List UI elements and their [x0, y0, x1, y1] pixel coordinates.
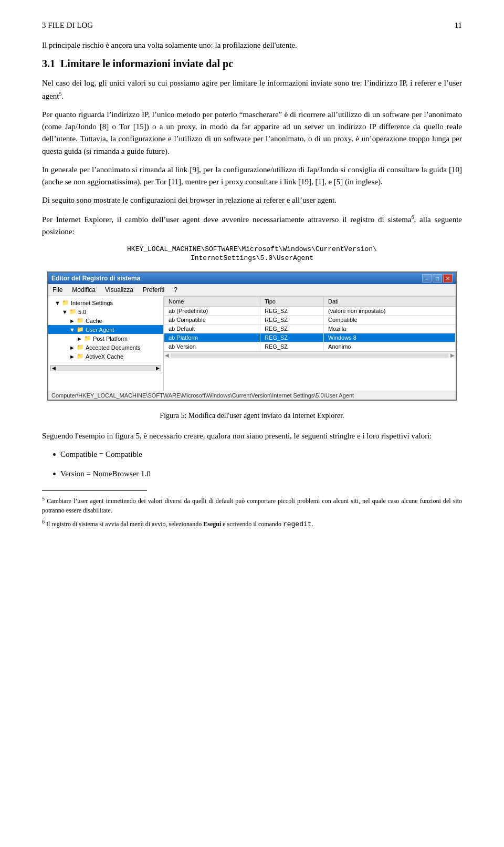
intro-paragraph: Il principale rischio è ancora una volta… — [42, 39, 462, 51]
table-row-selected[interactable]: ab Platform REG_SZ Windows 8 — [164, 333, 456, 342]
page-number: 11 — [455, 21, 462, 30]
window-controls: – □ ✕ — [422, 274, 453, 283]
tree-item-internet-settings[interactable]: ▼ 📁 Internet Settings — [48, 298, 163, 307]
cell-nome-0: ab (Predefinito) — [164, 307, 260, 316]
bullet-dot-compatible: • — [52, 449, 56, 460]
post-figure-paragraph: Seguendo l'esempio in figura 5, è necess… — [42, 430, 462, 442]
registry-path-line1: HKEY_LOCAL_MACHINE\SOFTWARE\Microsoft\Wi… — [127, 245, 377, 253]
page-header: 3 FILE DI LOG 11 — [42, 21, 462, 30]
tree-item-post-platform[interactable]: ► 📁 Post Platform — [48, 334, 163, 343]
registry-editor-screenshot: Editor del Registro di sistema – □ ✕ Fil… — [47, 271, 457, 401]
footnote-number-5: 5 — [42, 496, 45, 501]
registry-values-panel: Nome Tipo Dati ab (Predefinito) REG_SZ (… — [164, 296, 456, 391]
registry-path-line2: InternetSettings\5.0\UserAgent — [191, 254, 313, 262]
tree-label-activex-cache: ActiveX Cache — [86, 353, 123, 360]
col-nome: Nome — [164, 297, 260, 307]
registry-table: Nome Tipo Dati ab (Predefinito) REG_SZ (… — [164, 296, 456, 351]
col-tipo: Tipo — [260, 297, 323, 307]
footnote-number-6: 6 — [42, 519, 45, 525]
footnote-text-5: Cambiare l’user agent immettendo dei val… — [42, 497, 462, 514]
tree-item-50[interactable]: ▼ 📁 5.0 — [48, 307, 163, 316]
body-paragraph-5: Per Internet Explorer, il cambio dell’us… — [42, 213, 462, 238]
chapter-header: 3 FILE DI LOG — [42, 21, 93, 30]
tree-item-accepted-docs[interactable]: ► 📁 Accepted Documents — [48, 343, 163, 352]
table-row[interactable]: ab Version REG_SZ Anonimo — [164, 342, 456, 351]
footnote-text-6: Il registro di sistema si avvia dal menù… — [46, 520, 313, 528]
cell-dati-3: Windows 8 — [324, 333, 456, 342]
maximize-button[interactable]: □ — [433, 274, 442, 283]
tree-label-user-agent: User Agent — [86, 327, 114, 333]
cell-tipo-4: REG_SZ — [260, 342, 323, 351]
footnote-divider — [42, 490, 147, 491]
menu-bar: File Modifica Visualizza Preferiti ? — [48, 284, 456, 296]
menu-file[interactable]: File — [50, 285, 65, 295]
cell-dati-1: Compatible — [324, 316, 456, 325]
registry-tree: ▼ 📁 Internet Settings ▼ 📁 5.0 ► 📁 Cache … — [48, 296, 164, 391]
footnote-6: 6 Il registro di sistema si avvia dal me… — [42, 518, 462, 530]
menu-help[interactable]: ? — [172, 285, 180, 295]
cell-dati-0: (valore non impostato) — [324, 307, 456, 316]
close-button[interactable]: ✕ — [443, 274, 453, 283]
table-row[interactable]: ab Compatible REG_SZ Compatible — [164, 316, 456, 325]
tree-label-post-platform: Post Platform — [93, 336, 128, 342]
cell-tipo-2: REG_SZ — [260, 325, 323, 333]
cell-tipo-1: REG_SZ — [260, 316, 323, 325]
folder-icon: 📁 — [62, 299, 69, 306]
col-dati: Dati — [324, 297, 456, 307]
status-bar-text: Computer\HKEY_LOCAL_MACHINE\SOFTWARE\Mic… — [51, 392, 354, 399]
folder-icon-post-platform: 📁 — [84, 335, 91, 342]
window-title: Editor del Registro di sistema — [51, 275, 140, 282]
menu-visualizza[interactable]: Visualizza — [103, 285, 135, 295]
section-title: 3.1 Limitare le informazioni inviate dal… — [42, 58, 462, 70]
tree-item-user-agent[interactable]: ▼ 📁 User Agent — [48, 325, 163, 334]
folder-icon-user-agent: 📁 — [77, 326, 84, 333]
figure-caption: Figura 5: Modifica dell'user agent invia… — [42, 410, 462, 422]
folder-icon-accepted-docs: 📁 — [77, 344, 84, 351]
list-item-compatible: • Compatible = Compatible — [52, 448, 462, 461]
body-paragraph-2: Per quanto riguarda l’indirizzo IP, l’un… — [42, 109, 462, 158]
menu-modifica[interactable]: Modifica — [70, 285, 98, 295]
cell-nome-1: ab Compatible — [164, 316, 260, 325]
tree-label-internet-settings: Internet Settings — [71, 300, 113, 306]
cell-tipo-3: REG_SZ — [260, 333, 323, 342]
cell-nome-2: ab Default — [164, 325, 260, 333]
table-row[interactable]: ab Default REG_SZ Mozilla — [164, 325, 456, 333]
table-row[interactable]: ab (Predefinito) REG_SZ (valore non impo… — [164, 307, 456, 316]
body-paragraph-4: Di seguito sono mostrate le configurazio… — [42, 194, 462, 206]
tree-label-accepted-docs: Accepted Documents — [86, 344, 141, 351]
cell-dati-2: Mozilla — [324, 325, 456, 333]
cell-dati-4: Anonimo — [324, 342, 456, 351]
list-item-version: • Version = NomeBrowser 1.0 — [52, 468, 462, 480]
folder-icon-50: 📁 — [69, 308, 77, 315]
menu-preferiti[interactable]: Preferiti — [141, 285, 166, 295]
footnote-5: 5 Cambiare l’user agent immettendo dei v… — [42, 495, 462, 515]
tree-item-activex-cache[interactable]: ► 📁 ActiveX Cache — [48, 352, 163, 361]
table-scrollbar-horizontal[interactable]: ◀ ▶ — [164, 351, 456, 359]
tree-scrollbar-left[interactable]: ◀ — [52, 365, 56, 371]
cell-tipo-0: REG_SZ — [260, 307, 323, 316]
tree-item-cache[interactable]: ► 📁 Cache — [48, 316, 163, 325]
folder-icon-cache: 📁 — [77, 317, 84, 324]
folder-icon-activex-cache: 📁 — [77, 353, 84, 360]
tree-label-50: 5.0 — [78, 309, 86, 315]
registry-path: HKEY_LOCAL_MACHINE\SOFTWARE\Microsoft\Wi… — [42, 244, 462, 262]
bullet-label-version: Version = NomeBrowser 1.0 — [60, 468, 151, 480]
body-paragraph-1: Nel caso dei log, gli unici valori su cu… — [42, 77, 462, 102]
bullet-dot-version: • — [52, 469, 56, 479]
cell-nome-4: ab Version — [164, 342, 260, 351]
minimize-button[interactable]: – — [422, 274, 432, 283]
body-paragraph-3: In generale per l’anonimato si rimanda a… — [42, 164, 462, 189]
window-body: ▼ 📁 Internet Settings ▼ 📁 5.0 ► 📁 Cache … — [48, 296, 456, 391]
tree-label-cache: Cache — [86, 318, 102, 324]
tree-scrollbar-right[interactable]: ▶ — [156, 365, 160, 371]
bullet-list: • Compatible = Compatible • Version = No… — [52, 448, 462, 480]
cell-nome-3: ab Platform — [164, 333, 260, 342]
bullet-label-compatible: Compatible = Compatible — [60, 448, 142, 461]
status-bar: Computer\HKEY_LOCAL_MACHINE\SOFTWARE\Mic… — [48, 391, 456, 400]
window-titlebar: Editor del Registro di sistema – □ ✕ — [48, 273, 456, 284]
